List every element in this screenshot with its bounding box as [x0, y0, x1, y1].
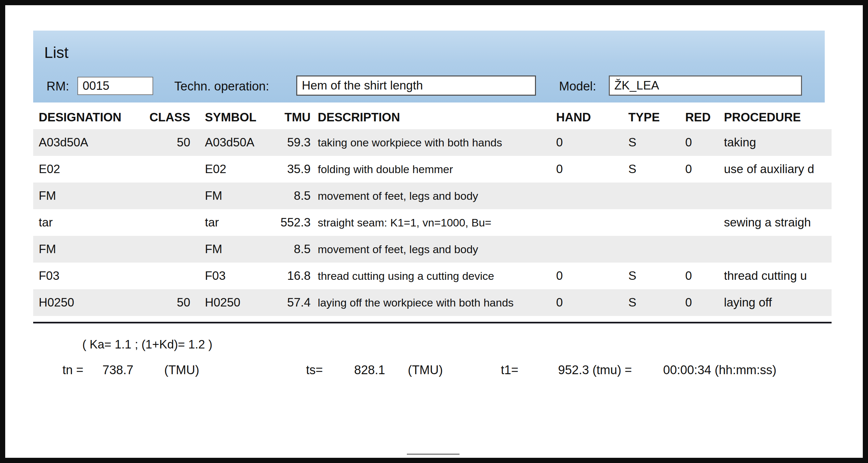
rm-input[interactable]	[78, 77, 153, 95]
t1-value: 952.3 (tmu) =	[558, 363, 632, 377]
model-input[interactable]	[609, 76, 802, 96]
list-window: List RM: Techn. operation: Model: DESIGN…	[0, 0, 868, 463]
techn-operation-input[interactable]	[296, 76, 536, 96]
ts-unit: (TMU)	[408, 363, 443, 377]
cell-procedure: use of auxiliary d	[718, 162, 832, 176]
table-row[interactable]: H0250 50 H0250 57.4 laying off the workp…	[33, 289, 832, 316]
page-title: List	[44, 44, 69, 61]
cell-tmu: 552.3	[261, 216, 311, 229]
cell-designation: E02	[33, 162, 145, 176]
cell-red: 0	[679, 296, 718, 310]
column-header-designation: DESIGNATION	[33, 111, 145, 124]
cell-designation: tar	[33, 216, 145, 229]
model-label: Model:	[559, 79, 596, 93]
cell-procedure: laying off	[718, 296, 832, 310]
table-row[interactable]: E02 E02 35.9 folding with double hemmer …	[33, 156, 832, 182]
operation-table: DESIGNATION CLASS SYMBOL TMU DESCRIPTION…	[33, 106, 832, 316]
cell-tmu: 57.4	[261, 296, 311, 310]
cell-type: S	[622, 136, 679, 149]
table-row[interactable]: FM FM 8.5 movement of feet, legs and bod…	[33, 236, 832, 263]
cell-symbol: FM	[191, 242, 261, 256]
cell-tmu: 8.5	[261, 189, 311, 203]
cell-tmu: 8.5	[261, 242, 311, 256]
table-row[interactable]: FM FM 8.5 movement of feet, legs and bod…	[33, 182, 832, 209]
column-header-tmu: TMU	[261, 111, 311, 124]
cell-description: folding with double hemmer	[311, 163, 550, 176]
ts-value: 828.1	[354, 363, 385, 377]
table-bottom-rule	[33, 322, 832, 323]
cell-type: S	[622, 162, 679, 176]
column-header-type: TYPE	[622, 111, 679, 124]
tn-label: tn =	[62, 363, 83, 377]
column-header-hand: HAND	[550, 111, 622, 124]
cell-procedure: sewing a straigh	[718, 216, 832, 229]
cell-description: thread cutting using a cutting device	[311, 270, 550, 283]
cell-red: 0	[679, 162, 718, 176]
cell-designation: FM	[33, 189, 145, 203]
cell-red: 0	[679, 269, 718, 283]
cell-designation: H0250	[33, 296, 145, 310]
cell-symbol: E02	[191, 162, 261, 176]
ts-label: ts=	[306, 363, 323, 377]
cell-red: 0	[679, 136, 718, 149]
cell-hand: 0	[550, 162, 622, 176]
column-header-description: DESCRIPTION	[311, 111, 550, 124]
column-header-procedure: PROCEDURE	[718, 111, 832, 124]
cell-hand: 0	[550, 269, 622, 283]
form-header: List RM: Techn. operation: Model:	[33, 31, 825, 103]
cell-description: movement of feet, legs and body	[311, 190, 550, 202]
cell-type: S	[622, 269, 679, 283]
cell-symbol: A03d50A	[191, 136, 261, 149]
cell-tmu: 16.8	[261, 269, 311, 283]
cell-designation: A03d50A	[33, 136, 145, 149]
bottom-edge-mark	[407, 454, 460, 455]
cell-procedure: thread cutting u	[718, 269, 832, 283]
techn-operation-label: Techn. operation:	[174, 79, 269, 93]
totals-line: tn = 738.7 (TMU) ts= 828.1 (TMU) t1= 952…	[5, 363, 868, 380]
cell-designation: F03	[33, 269, 145, 283]
table-header-row: DESIGNATION CLASS SYMBOL TMU DESCRIPTION…	[33, 106, 832, 129]
cell-tmu: 59.3	[261, 136, 311, 149]
cell-symbol: tar	[191, 216, 261, 229]
tn-unit: (TMU)	[164, 363, 199, 377]
cell-symbol: F03	[191, 269, 261, 283]
cell-tmu: 35.9	[261, 162, 311, 176]
cell-symbol: FM	[191, 189, 261, 203]
cell-hand: 0	[550, 136, 622, 149]
t1-time: 00:00:34 (hh:mm:ss)	[663, 363, 776, 377]
cell-symbol: H0250	[191, 296, 261, 310]
column-header-symbol: SYMBOL	[191, 111, 261, 124]
rm-label: RM:	[46, 79, 69, 93]
column-header-class: CLASS	[145, 111, 191, 124]
tn-value: 738.7	[102, 363, 133, 377]
cell-description: taking one workpiece with both hands	[311, 136, 550, 149]
cell-hand: 0	[550, 296, 622, 310]
column-header-red: RED	[679, 111, 718, 124]
cell-description: movement of feet, legs and body	[311, 243, 550, 256]
cell-class: 50	[145, 296, 191, 310]
coefficients-text: ( Ka= 1.1 ; (1+Kd)= 1.2 )	[82, 338, 212, 351]
table-row[interactable]: A03d50A 50 A03d50A 59.3 taking one workp…	[33, 129, 832, 156]
cell-description: laying off the workpiece with both hands	[311, 296, 550, 309]
t1-label: t1=	[501, 363, 518, 377]
cell-designation: FM	[33, 242, 145, 256]
cell-class: 50	[145, 136, 191, 149]
cell-procedure: taking	[718, 136, 832, 149]
cell-type: S	[622, 296, 679, 310]
cell-description: straight seam: K1=1, vn=1000, Bu=	[311, 216, 550, 229]
table-row[interactable]: F03 F03 16.8 thread cutting using a cutt…	[33, 263, 832, 289]
table-row[interactable]: tar tar 552.3 straight seam: K1=1, vn=10…	[33, 209, 832, 236]
